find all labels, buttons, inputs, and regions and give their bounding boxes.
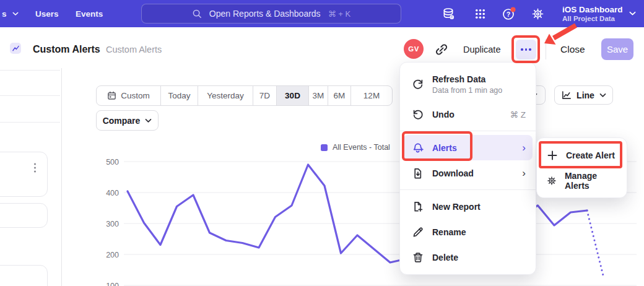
refresh-icon <box>412 78 424 90</box>
search-shortcut: ⌘ + K <box>328 9 351 19</box>
range-label: 6M <box>334 91 346 100</box>
duplicate-button[interactable]: Duplicate <box>463 45 500 54</box>
breadcrumb: Custom Alerts <box>106 45 162 54</box>
nav-item-partial[interactable]: s <box>2 0 19 27</box>
sidebar-card[interactable] <box>0 152 48 197</box>
nav-partial-label: s <box>2 9 7 19</box>
grid-icon <box>474 8 486 20</box>
nav-item-events[interactable]: Events <box>76 0 103 27</box>
menu-item-label: Undo <box>432 110 455 119</box>
trash-icon <box>412 251 424 264</box>
svg-text:400: 400 <box>106 189 119 197</box>
nav-item-users[interactable]: Users <box>35 0 59 27</box>
menu-item-label: Download <box>432 168 474 178</box>
range-label: 3M <box>313 91 324 100</box>
range-label: Custom <box>121 91 150 100</box>
svg-text:200: 200 <box>106 251 119 259</box>
top-navbar: s Users Events Open Reports & Dashboards… <box>0 0 644 27</box>
menu-item-label: New Report <box>432 202 481 212</box>
chart-type-button[interactable]: Line <box>554 85 613 105</box>
svg-text:300: 300 <box>106 220 119 228</box>
menu-item-undo[interactable]: Undo ⌘ Z <box>400 102 536 127</box>
chart-type-label: Line <box>577 90 594 100</box>
chevron-right-icon: › <box>522 142 526 153</box>
legend-swatch <box>321 144 328 151</box>
range-6m[interactable]: 6M <box>328 86 350 105</box>
download-icon <box>412 167 424 180</box>
sidebar-card[interactable] <box>0 265 48 286</box>
line-chart-icon <box>561 90 572 100</box>
compare-label: Compare <box>103 116 141 126</box>
range-3m[interactable]: 3M <box>308 86 328 105</box>
range-7d[interactable]: 7D <box>253 86 276 105</box>
chevron-down-icon <box>12 12 19 16</box>
project-switcher[interactable]: iOS Dashboard All Project Data <box>562 2 636 25</box>
more-options-menu: Refresh Data Data from 1 min ago Undo ⌘ … <box>399 62 536 275</box>
save-button[interactable]: Save <box>601 38 633 60</box>
legend-label: All Events - Total <box>333 143 390 152</box>
search-input[interactable]: Open Reports & Dashboards ⌘ + K <box>141 4 401 24</box>
range-yesterday[interactable]: Yesterday <box>198 86 253 105</box>
menu-divider <box>400 131 536 131</box>
svg-text:?: ? <box>507 11 510 18</box>
apps-grid-button[interactable] <box>470 4 490 23</box>
database-gear-icon <box>442 7 455 20</box>
data-management-button[interactable] <box>438 4 458 23</box>
menu-item-label: Alerts <box>432 143 457 153</box>
chevron-down-icon <box>599 93 606 98</box>
range-custom[interactable]: Custom <box>97 86 160 105</box>
menu-item-rename[interactable]: Rename <box>400 219 536 245</box>
menu-item-label: Create Alert <box>566 150 615 160</box>
menu-item-label: Delete <box>432 253 458 262</box>
alerts-submenu: Create Alert Manage Alerts <box>536 137 627 198</box>
shortcut-hint: ⌘ Z <box>510 110 526 119</box>
board-icon <box>10 43 21 54</box>
menu-item-manage-alerts[interactable]: Manage Alerts <box>537 168 627 193</box>
app-root: 100200300400500 All Events - Total Custo… <box>0 0 644 286</box>
new-report-icon <box>412 201 424 213</box>
menu-item-delete[interactable]: Delete <box>400 245 536 270</box>
range-label: 7D <box>259 91 270 100</box>
svg-text:500: 500 <box>106 158 119 167</box>
range-label: 30D <box>285 91 300 100</box>
close-button[interactable]: Close <box>560 44 585 55</box>
help-icon: ? <box>502 6 516 21</box>
svg-text:100: 100 <box>106 282 119 286</box>
menu-divider <box>400 189 536 190</box>
range-12m[interactable]: 12M <box>350 86 392 105</box>
menu-item-download[interactable]: Download › <box>400 160 536 186</box>
menu-item-alerts[interactable]: Alerts › <box>403 135 533 160</box>
project-subtitle: All Project Data <box>562 15 623 23</box>
menu-item-subtitle: Data from 1 min ago <box>432 86 502 95</box>
notification-badge <box>511 7 516 12</box>
chevron-right-icon: › <box>522 168 526 178</box>
range-30d[interactable]: 30D <box>276 86 308 105</box>
date-range-control: CustomTodayYesterday7D30D3M6M12M <box>96 85 393 106</box>
help-button[interactable]: ? <box>499 4 519 23</box>
search-icon <box>192 9 202 19</box>
gear-icon <box>531 7 544 20</box>
menu-item-new-report[interactable]: New Report <box>400 194 536 219</box>
range-label: 12M <box>363 91 380 100</box>
menu-item-create-alert[interactable]: Create Alert <box>537 142 627 168</box>
gear-icon <box>547 175 557 186</box>
chevron-down-icon <box>629 11 636 16</box>
avatar[interactable]: GV <box>404 39 424 59</box>
sidebar-card[interactable] <box>0 203 48 228</box>
sidebar-divider <box>0 122 60 123</box>
range-today[interactable]: Today <box>160 86 198 105</box>
settings-button[interactable] <box>528 4 547 23</box>
plus-icon <box>547 150 558 161</box>
more-options-button[interactable] <box>516 40 536 59</box>
menu-item-refresh-data[interactable]: Refresh Data Data from 1 min ago <box>400 67 536 102</box>
menu-item-label: Refresh Data <box>432 74 502 84</box>
search-placeholder: Open Reports & Dashboards <box>209 9 321 19</box>
page-title: Custom Alerts <box>33 44 100 55</box>
compare-button[interactable]: Compare <box>96 110 159 131</box>
pencil-icon <box>412 226 424 238</box>
sidebar-divider <box>0 70 60 71</box>
chevron-down-icon <box>145 118 152 123</box>
kebab-menu-icon[interactable] <box>33 162 37 173</box>
sidebar-divider <box>0 95 60 96</box>
copy-link-button[interactable] <box>434 42 450 57</box>
